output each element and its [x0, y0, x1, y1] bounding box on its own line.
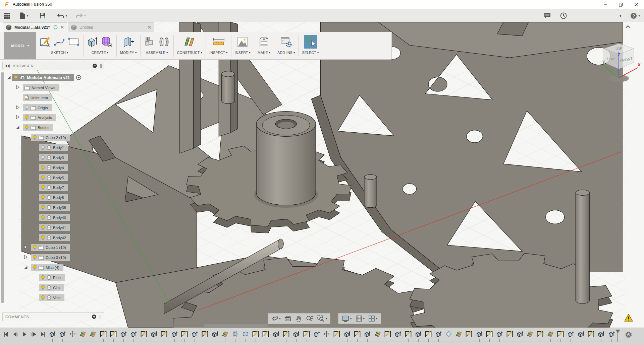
sketch-feature-icon[interactable]: [333, 331, 341, 338]
construct-plane-icon[interactable]: [183, 36, 196, 48]
visibility-bulb-icon[interactable]: [41, 285, 45, 290]
extrude-feature-icon[interactable]: [191, 331, 199, 338]
browser-tree-item-bodies[interactable]: Bodies: [0, 124, 53, 131]
plane-feature-icon[interactable]: [222, 331, 229, 338]
browser-tree-item-body38[interactable]: Body38: [0, 204, 70, 211]
dropdown-caret-icon[interactable]: ▾: [66, 14, 67, 17]
visibility-bulb-icon[interactable]: [41, 225, 45, 230]
app-grid-icon[interactable]: [2, 11, 12, 21]
visibility-bulb-icon[interactable]: [24, 115, 29, 120]
view-cube[interactable]: TOP LEFT FRONT Z Y X: [600, 40, 641, 87]
extrude-feature-icon[interactable]: [364, 331, 371, 338]
play-button[interactable]: [21, 331, 28, 337]
go-to-start-button[interactable]: [3, 331, 9, 337]
close-button[interactable]: [629, 0, 644, 9]
sketch-feature-icon[interactable]: [466, 331, 473, 338]
press-pull-icon[interactable]: [122, 36, 135, 48]
browser-tree-item-units-mm[interactable]: Units: mm: [0, 94, 52, 101]
ribbon-group-label[interactable]: ADD-INS▾: [277, 51, 295, 55]
extrude-feature-icon[interactable]: [273, 331, 280, 338]
sketch-feature-icon[interactable]: [557, 331, 565, 338]
extrude-feature-icon[interactable]: [435, 331, 442, 338]
extrude-feature-icon[interactable]: [49, 331, 56, 338]
move-feature-icon[interactable]: [323, 331, 331, 338]
panel-grip-icon[interactable]: [99, 315, 101, 319]
browser-tree-item-analysis[interactable]: Analysis: [0, 114, 56, 121]
browser-tree-item-modular-automata-v21[interactable]: Modular Automata v21: [0, 74, 82, 81]
comments-panel-header[interactable]: COMMENTS: [3, 313, 104, 321]
insert-image-icon[interactable]: [236, 36, 249, 48]
warning-icon[interactable]: [624, 314, 633, 322]
look-at-button[interactable]: [283, 314, 292, 323]
browser-tree-item-cubo-2-10-[interactable]: Cubo 2 (10): [0, 134, 70, 141]
sketch-feature-icon[interactable]: [303, 331, 311, 338]
create-sketch-icon[interactable]: [40, 36, 51, 48]
visibility-bulb-icon[interactable]: [14, 75, 18, 80]
browser-tree-item-misc-4-[interactable]: Misc (4): [0, 264, 63, 271]
visibility-bulb-icon[interactable]: [41, 275, 45, 280]
ribbon-grip[interactable]: [0, 32, 4, 59]
sketch-feature-icon[interactable]: [405, 331, 412, 338]
tab-close-icon[interactable]: ✕: [148, 25, 151, 30]
model-hub-cylinder[interactable]: [254, 112, 318, 208]
collapse-arrow-icon[interactable]: [15, 85, 20, 90]
ribbon-group-label[interactable]: MAKE▾: [258, 51, 270, 55]
timeline-scrollbar-thumb[interactable]: [204, 324, 268, 327]
extrude-feature-icon[interactable]: [598, 331, 605, 338]
expand-arrow-icon[interactable]: [23, 265, 28, 270]
browser-tree-item-named-views[interactable]: Named Views: [0, 84, 59, 91]
joint-feature-icon[interactable]: [232, 331, 239, 338]
orbit-button[interactable]: ▾: [270, 314, 282, 323]
expand-arrow-icon[interactable]: [7, 75, 11, 80]
expand-arrow-icon[interactable]: [23, 135, 28, 140]
sketch-feature-icon[interactable]: [100, 331, 107, 338]
document-tab-inactive[interactable]: Untitled ✕: [68, 22, 154, 32]
browser-tree-item-body5[interactable]: Body5: [0, 174, 68, 181]
spline-icon[interactable]: [54, 37, 65, 47]
new-component-icon[interactable]: [144, 36, 155, 48]
combine-feature-icon[interactable]: [242, 331, 250, 338]
browser-tree-item-body41[interactable]: Body41: [0, 224, 70, 231]
browser-tree-item-origin[interactable]: Origin: [0, 104, 52, 111]
extrude-feature-icon[interactable]: [59, 331, 66, 338]
sketch-feature-icon[interactable]: [141, 331, 148, 338]
go-to-end-button[interactable]: [40, 331, 46, 337]
step-forward-button[interactable]: [31, 331, 37, 337]
ribbon-group-label[interactable]: SELECT▾: [302, 51, 319, 55]
sketch-feature-icon[interactable]: [110, 331, 117, 338]
sketch-feature-icon[interactable]: [588, 331, 595, 338]
sketch-feature-icon[interactable]: [354, 331, 361, 338]
browser-panel-header[interactable]: BROWSER: [3, 62, 104, 70]
ribbon-group-label[interactable]: CREATE▾: [92, 51, 109, 55]
browser-tree-item-body40[interactable]: Body40: [0, 214, 70, 221]
extrude-feature-icon[interactable]: [517, 331, 524, 338]
document-tab-active[interactable]: Modular ...ata v21* ✕: [3, 22, 67, 32]
visibility-bulb-icon[interactable]: [41, 215, 45, 220]
extrude-feature-icon[interactable]: [567, 331, 575, 338]
browser-tree-item-body3[interactable]: Body3: [0, 154, 68, 161]
collapse-ribbon-chevron-icon[interactable]: [625, 23, 631, 30]
sketch-feature-icon[interactable]: [384, 331, 392, 338]
joint-icon[interactable]: [158, 36, 170, 48]
rectangle-sketch-icon[interactable]: [68, 37, 80, 47]
extrude-feature-icon[interactable]: [212, 331, 219, 338]
help-button[interactable]: ? ▾: [629, 11, 641, 21]
plane-feature-icon[interactable]: [79, 331, 87, 338]
ribbon-group-label[interactable]: SKETCH▾: [51, 51, 68, 55]
extrude-feature-icon[interactable]: [608, 331, 615, 338]
model-pin-mid[interactable]: [364, 175, 377, 208]
collapse-arrow-icon[interactable]: [15, 105, 20, 110]
visibility-bulb-icon[interactable]: [33, 135, 37, 140]
visibility-bulb-icon[interactable]: [24, 125, 29, 130]
3d-print-icon[interactable]: [258, 36, 270, 48]
browser-tree-item-pino[interactable]: Pino: [0, 274, 65, 281]
sketch-feature-icon[interactable]: [506, 331, 514, 338]
extrude-feature-icon[interactable]: [171, 331, 178, 338]
save-button[interactable]: [38, 11, 47, 21]
file-menu-button[interactable]: ▾: [18, 11, 30, 21]
viewports-button[interactable]: ▾: [367, 314, 379, 323]
job-status-clock-icon[interactable]: [558, 11, 569, 21]
fillet-feature-icon[interactable]: [445, 331, 453, 338]
remove-panel-icon[interactable]: [92, 63, 97, 68]
visibility-bulb-icon[interactable]: [41, 175, 45, 181]
